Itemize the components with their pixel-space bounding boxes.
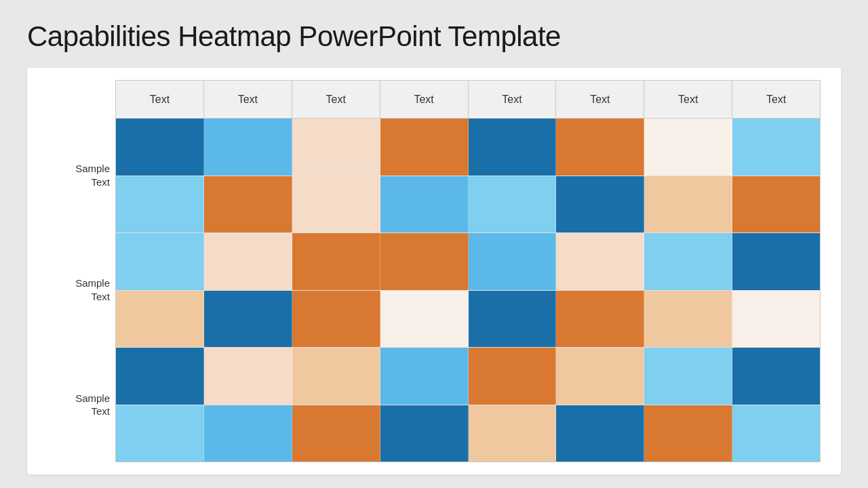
cell-2-1-4 — [469, 405, 557, 462]
cell-2-1-1 — [204, 405, 292, 462]
header-cell-4: Text — [469, 81, 557, 118]
cell-0-0-4 — [469, 119, 557, 176]
cell-1-1-0 — [116, 291, 204, 348]
cell-2-0-5 — [556, 348, 644, 405]
data-row-2-1 — [116, 405, 820, 462]
data-rows — [116, 119, 820, 462]
cell-0-1-7 — [732, 176, 820, 233]
data-row-1-0 — [116, 233, 820, 291]
cell-2-0-7 — [732, 348, 820, 405]
header-cell-5: Text — [556, 81, 644, 118]
cell-0-1-0 — [116, 176, 204, 233]
page-title: Capabilities Heatmap PowerPoint Template — [27, 20, 841, 53]
row-label-0: Sample Text — [41, 118, 110, 232]
cell-2-0-3 — [380, 348, 469, 405]
data-row-1-1 — [116, 291, 820, 348]
cell-0-1-2 — [292, 176, 380, 233]
cell-2-1-5 — [556, 405, 644, 462]
cell-1-0-2 — [292, 233, 380, 290]
data-row-2-0 — [116, 348, 820, 405]
cell-0-0-3 — [380, 119, 469, 176]
row-labels: Sample TextSample TextSample Text — [41, 80, 115, 462]
cell-1-0-5 — [556, 233, 644, 290]
cell-0-0-5 — [556, 119, 644, 176]
slide-container: Sample TextSample TextSample Text TextTe… — [27, 68, 841, 474]
cell-0-0-2 — [292, 119, 380, 176]
cell-1-1-1 — [204, 291, 292, 348]
cell-0-1-4 — [469, 176, 557, 233]
cell-2-0-1 — [204, 348, 292, 405]
cell-0-0-1 — [204, 119, 292, 176]
cell-2-0-0 — [116, 348, 204, 405]
cell-2-1-2 — [292, 405, 380, 462]
header-cell-0: Text — [116, 81, 204, 118]
heatmap-wrapper: Sample TextSample TextSample Text TextTe… — [27, 68, 841, 474]
cell-1-1-2 — [292, 291, 380, 348]
cell-1-0-6 — [644, 233, 732, 290]
cell-0-1-1 — [204, 176, 292, 233]
cell-1-1-7 — [732, 291, 820, 348]
data-row-0-0 — [116, 119, 820, 176]
header-cell-2: Text — [292, 81, 380, 118]
header-cell-3: Text — [380, 81, 469, 118]
header-cell-1: Text — [204, 81, 292, 118]
cell-1-0-4 — [469, 233, 557, 290]
cell-1-1-4 — [469, 291, 557, 348]
cell-1-0-3 — [380, 233, 469, 290]
cell-2-1-6 — [644, 405, 732, 462]
cell-2-1-0 — [116, 405, 204, 462]
cell-0-0-0 — [116, 119, 204, 176]
cell-1-0-7 — [732, 233, 820, 290]
cell-2-0-4 — [469, 348, 557, 405]
cell-1-1-3 — [380, 291, 469, 348]
header-cell-7: Text — [732, 81, 820, 118]
header-row: TextTextTextTextTextTextTextText — [116, 81, 820, 119]
cell-1-1-6 — [644, 291, 732, 348]
data-row-0-1 — [116, 176, 820, 234]
cell-0-1-3 — [380, 176, 469, 233]
cell-0-1-6 — [644, 176, 732, 233]
heatmap-grid: TextTextTextTextTextTextTextText — [115, 80, 821, 462]
header-cell-6: Text — [644, 81, 732, 118]
row-label-2: Sample Text — [41, 348, 110, 462]
cell-1-1-5 — [556, 291, 644, 348]
cell-2-1-3 — [380, 405, 469, 462]
cell-2-0-6 — [644, 348, 732, 405]
cell-1-0-1 — [204, 233, 292, 290]
cell-2-0-2 — [292, 348, 380, 405]
cell-2-1-7 — [732, 405, 820, 462]
cell-0-1-5 — [556, 176, 644, 233]
cell-1-0-0 — [116, 233, 204, 290]
row-label-1: Sample Text — [41, 232, 110, 347]
cell-0-0-6 — [644, 119, 732, 176]
cell-0-0-7 — [732, 119, 820, 176]
